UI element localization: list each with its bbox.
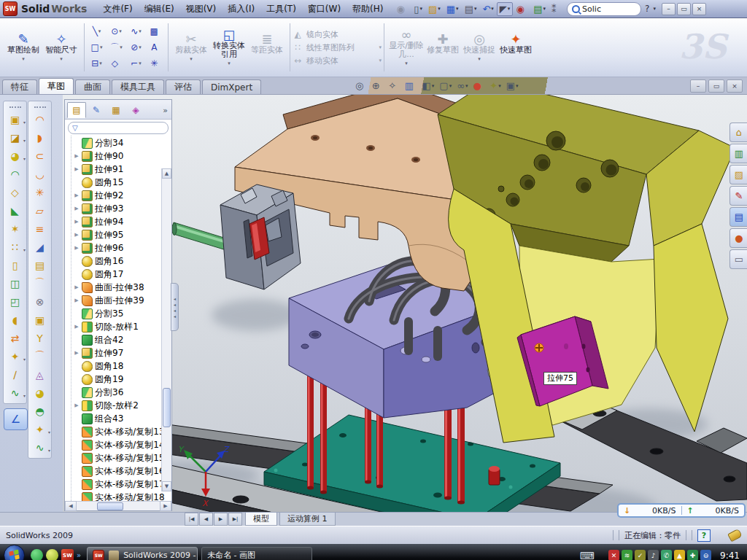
doc-close-button[interactable]: × <box>727 79 743 93</box>
tab-nav-button[interactable]: ▶ <box>214 513 228 526</box>
menu-item[interactable]: 视图(V) <box>180 1 222 17</box>
tree-item[interactable]: ▶ 实体-移动/复制17 <box>74 478 171 491</box>
mirror-entities-item[interactable]: ◭ 镜向实体 ▾ <box>293 29 382 40</box>
project-curve-icon[interactable]: ⌒ ▾ <box>28 347 51 365</box>
split-line-icon[interactable]: Y ▾ <box>28 329 51 347</box>
tray-sync-icon[interactable]: ⊖ <box>700 550 711 560</box>
doc-minimize-button[interactable]: – <box>690 79 706 93</box>
revolved-surface-icon[interactable]: ◗ ▾ <box>28 128 51 147</box>
edit-appearance-icon[interactable]: ● ▾ <box>473 80 485 91</box>
help-dropdown-icon[interactable]: ▾ <box>653 6 656 12</box>
app-quicklaunch[interactable] <box>46 549 58 560</box>
repair-sketch-button[interactable]: ✚ 修复草图 ▾ <box>425 32 461 63</box>
tree-item[interactable]: ▶ 切除-放样1 <box>74 320 171 333</box>
tree-item[interactable]: ▶ 组合43 <box>74 412 171 425</box>
tree-item[interactable]: ▶ 拉伸90 <box>74 149 171 163</box>
view-settings-icon[interactable]: ▣ ▾ <box>506 80 519 91</box>
ruled-surface-icon[interactable]: ◢ ▾ <box>28 238 51 256</box>
tree-item[interactable]: ▶ 圆角18 <box>74 359 171 373</box>
wrap-icon[interactable]: ◖ ▾ <box>4 311 26 329</box>
ribbon-tab[interactable]: 曲面 <box>75 79 110 94</box>
ribbon-tab[interactable]: 模具工具 <box>112 79 164 94</box>
home-tab[interactable]: ⌂ <box>729 122 747 142</box>
trim-entities-button[interactable]: ✂ 剪裁实体 ▾ <box>172 32 210 63</box>
minimize-button[interactable]: – <box>662 3 676 15</box>
tray-antivirus-icon[interactable]: ✚ <box>687 550 698 560</box>
tree-item[interactable]: ▶ 圆角16 <box>74 254 171 268</box>
file-explorer-tab[interactable]: ▨ <box>729 165 747 184</box>
snippet-icon[interactable]: ⁑ ▾ <box>549 2 562 16</box>
solidworks-resources-tab[interactable]: ✎ <box>729 186 747 206</box>
boundary-boss-icon[interactable]: ◣ ▾ <box>4 201 26 219</box>
menu-item[interactable]: 帮助(H) <box>347 1 389 17</box>
move-body-icon[interactable]: ⇄ ▾ <box>4 329 26 347</box>
tree-item[interactable]: ▶ 曲面-拉伸38 <box>74 281 171 294</box>
extruded-boss-icon[interactable]: ▣ ▾ <box>4 110 26 128</box>
text-tool[interactable]: A ▾ <box>146 39 166 55</box>
tree-item[interactable]: ▶ 拉伸96 <box>74 241 171 254</box>
solidworks-quicklaunch[interactable]: SW <box>61 549 74 560</box>
tab-nav-button[interactable]: ▶| <box>228 513 242 526</box>
propertymanager-tab[interactable]: ✎ <box>87 102 106 118</box>
tray-volume-icon[interactable]: ♪ <box>648 550 659 560</box>
menu-item[interactable]: 编辑(E) <box>139 1 180 17</box>
apply-scene-icon[interactable]: ✦ ▾ <box>489 80 500 91</box>
rapid-sketch-button[interactable]: ✦ 快速草图 ▾ <box>498 32 534 63</box>
line-tool[interactable]: ╲ ▾ <box>87 23 107 39</box>
tree-filter-box[interactable]: ▽ <box>68 122 169 134</box>
menu-item[interactable]: 工具(T) <box>260 1 302 17</box>
hide-show-items-icon[interactable]: ∞ ▾ <box>457 80 468 91</box>
tree-item[interactable]: ▶ 圆角15 <box>74 176 171 189</box>
sketch-fillet-tool[interactable]: ⌐ ▾ <box>126 55 146 71</box>
offset-surface-icon[interactable]: ≡ ▾ <box>28 219 51 238</box>
curve2-icon[interactable]: ∿ ▾ <box>28 438 51 456</box>
offset-entities-button[interactable]: ≣ 等距实体 ▾ <box>248 32 286 63</box>
mid-surface-icon[interactable]: ◓ ▾ <box>28 402 51 420</box>
linear-pattern-icon[interactable]: ∷ ▾ <box>4 238 26 256</box>
scrollbar-thumb[interactable] <box>163 388 171 427</box>
tree-item[interactable]: ▶ 拉伸93 <box>74 202 171 215</box>
swept-boss-icon[interactable]: ◠ ▾ <box>4 165 26 183</box>
lofted-boss-icon[interactable]: ◇ ▾ <box>4 183 26 201</box>
curve-icon[interactable]: ∿ ▾ <box>4 384 26 402</box>
tree-item[interactable]: ▶ 拉伸92 <box>74 189 171 202</box>
delete-face-icon[interactable]: ⊗ ▾ <box>28 292 51 311</box>
tag-icon[interactable] <box>727 529 743 542</box>
display-style-icon[interactable]: ▢ ▾ <box>439 80 452 91</box>
move-entities-item[interactable]: ↔ 移动实体 ▾ <box>293 55 382 66</box>
search-box[interactable]: Solic <box>567 2 641 16</box>
tree-item[interactable]: ▶ 分割35 <box>74 307 171 320</box>
tree-item[interactable]: ▶ 圆角17 <box>74 268 171 281</box>
tree-item[interactable]: ▶ 拉伸94 <box>74 215 171 228</box>
document-view-tab[interactable]: 运动算例 1 <box>279 513 336 526</box>
rectangle-tool[interactable]: □ ▾ <box>87 39 107 55</box>
sketch-picture-tool[interactable]: ▩ ▾ <box>146 23 166 39</box>
messenger-quicklaunch[interactable] <box>31 549 43 560</box>
spline-tool[interactable]: ∿ ▾ <box>126 23 146 39</box>
design-library-tab[interactable]: ▥ <box>729 144 747 163</box>
featuremanager-tab[interactable]: ▤ <box>67 102 86 118</box>
point2-icon[interactable]: ✦ ▾ <box>28 420 51 438</box>
sketch-button[interactable]: ✎ 草图绘制 ▾ <box>4 32 42 63</box>
extruded-cut-icon[interactable]: ◪ ▾ <box>4 128 26 147</box>
section-view-icon[interactable]: ▥ ▾ <box>405 80 417 91</box>
rib-icon[interactable]: ▯ ▾ <box>4 256 26 274</box>
zoom-fit-icon[interactable]: ◎ ▾ <box>355 80 367 91</box>
knit-surface-icon[interactable]: ▤ ▾ <box>28 256 51 274</box>
tree-item[interactable]: ▶ 分割36 <box>74 386 171 399</box>
magnified-selection-icon[interactable]: ✧ ▾ <box>388 80 399 91</box>
draft-icon[interactable]: ◫ ▾ <box>4 274 26 292</box>
linear-sketch-pattern-item[interactable]: ∷ 线性草图阵列 ▾ <box>293 42 382 53</box>
filled-surface-icon[interactable]: ✳ ▾ <box>28 183 51 201</box>
tab-nav-button[interactable]: |◀ <box>185 513 198 526</box>
replace-face-icon[interactable]: ▣ ▾ <box>28 311 51 329</box>
tree-vertical-scrollbar[interactable]: ▲ ▼ <box>161 168 171 491</box>
start-button[interactable] <box>4 545 25 560</box>
ribbon-tab[interactable]: DimXpert <box>202 79 261 94</box>
taskbar-paint-window[interactable]: SW 未命名 - 画图 <box>201 547 312 560</box>
menu-item[interactable]: 插入(I) <box>222 1 260 17</box>
quick-tips-help-button[interactable]: ? <box>697 529 711 542</box>
document-view-tab[interactable]: 模型 <box>245 513 277 526</box>
ellipse-tool[interactable]: ⊘ ▾ <box>126 39 146 55</box>
zoom-area-icon[interactable]: ⊕ ▾ <box>372 80 383 91</box>
